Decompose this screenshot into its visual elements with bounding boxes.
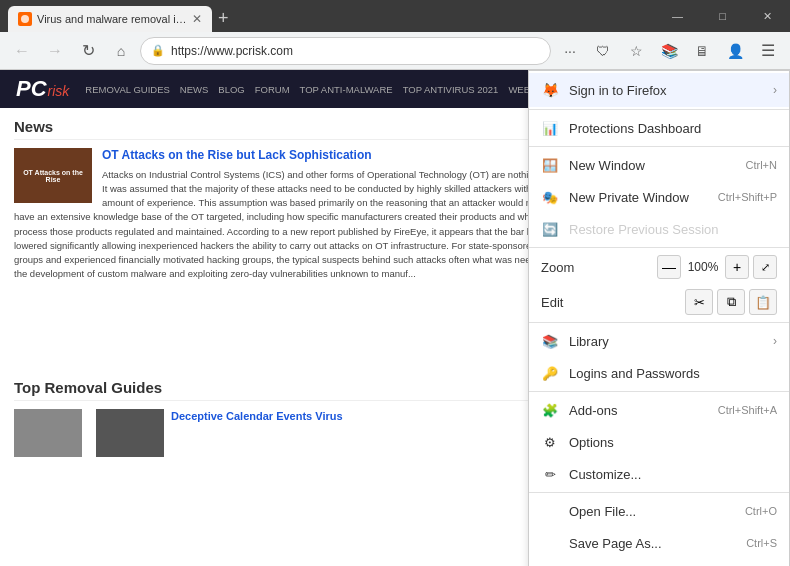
private-shortcut: Ctrl+Shift+P [718, 191, 777, 203]
menu-item-signin[interactable]: 🦊 Sign in to Firefox › [529, 73, 789, 107]
menu-item-open-file[interactable]: Open File... Ctrl+O [529, 495, 789, 527]
tab-favicon [18, 12, 32, 26]
more-options-nav-button[interactable]: ··· [556, 37, 584, 65]
menu-item-save-page[interactable]: Save Page As... Ctrl+S [529, 527, 789, 559]
private-window-label: New Private Window [569, 190, 708, 205]
menu-section-library: 📚 Library › 🔑 Logins and Passwords [529, 323, 789, 392]
profile-button[interactable]: 👤 [721, 37, 749, 65]
new-window-label: New Window [569, 158, 736, 173]
menu-section-signin: 🦊 Sign in to Firefox › [529, 71, 789, 110]
title-bar: Virus and malware removal ins... ✕ + — □… [0, 0, 790, 32]
menu-item-protections[interactable]: 📊 Protections Dashboard [529, 112, 789, 144]
hamburger-menu-button[interactable]: ☰ [754, 37, 782, 65]
protections-label: Protections Dashboard [569, 121, 777, 136]
svg-point-0 [21, 15, 29, 23]
addons-shortcut: Ctrl+Shift+A [718, 404, 777, 416]
menu-item-library[interactable]: 📚 Library › [529, 325, 789, 357]
menu-item-zoom: Zoom — 100% + ⤢ [529, 250, 789, 284]
menu-section-addons: 🧩 Add-ons Ctrl+Shift+A ⚙ Options ✏ Custo… [529, 392, 789, 493]
bottom-img-placeholder [14, 409, 82, 457]
active-tab[interactable]: Virus and malware removal ins... ✕ [8, 6, 212, 32]
new-window-shortcut: Ctrl+N [746, 159, 777, 171]
nav-removal-guides[interactable]: REMOVAL GUIDES [85, 84, 169, 95]
menu-item-print[interactable]: 🖨 Print... Ctrl+P [529, 559, 789, 566]
menu-item-logins[interactable]: 🔑 Logins and Passwords [529, 357, 789, 389]
menu-section-protections: 📊 Protections Dashboard [529, 110, 789, 147]
main-article-image: OT Attacks on the Rise [14, 148, 92, 203]
main-article-title[interactable]: OT Attacks on the Rise but Lack Sophisti… [14, 148, 567, 164]
menu-item-options[interactable]: ⚙ Options [529, 426, 789, 458]
bottom-img-2 [96, 409, 164, 457]
zoom-controls: — 100% + ⤢ [657, 255, 777, 279]
maximize-button[interactable]: □ [700, 0, 745, 32]
nav-news[interactable]: NEWS [180, 84, 209, 95]
addons-label: Add-ons [569, 403, 708, 418]
nav-top-antivirus[interactable]: TOP ANTIVIRUS 2021 [403, 84, 499, 95]
address-bar[interactable]: 🔒 https://www.pcrisk.com [140, 37, 551, 65]
lock-icon: 🔒 [151, 44, 165, 57]
back-button[interactable]: ← [8, 37, 36, 65]
reading-mode-button[interactable]: 📚 [655, 37, 683, 65]
firefox-icon: 🦊 [541, 81, 559, 99]
main-article: OT Attacks on the Rise OT Attacks on the… [14, 148, 567, 369]
signin-arrow: › [773, 83, 777, 97]
bottom-article-right: Deceptive Calendar Events Virus [96, 409, 343, 457]
customize-icon: ✏ [541, 465, 559, 483]
menu-item-addons[interactable]: 🧩 Add-ons Ctrl+Shift+A [529, 394, 789, 426]
menu-section-windows: 🪟 New Window Ctrl+N 🎭 New Private Window… [529, 147, 789, 248]
options-label: Options [569, 435, 777, 450]
logo-risk: risk [48, 83, 70, 99]
minimize-button[interactable]: — [655, 0, 700, 32]
site-nav: REMOVAL GUIDES NEWS BLOG FORUM TOP ANTI-… [85, 84, 559, 95]
hamburger-dropdown: 🦊 Sign in to Firefox › 📊 Protections Das… [528, 70, 790, 566]
container-icon[interactable]: 🛡 [589, 37, 617, 65]
nav-blog[interactable]: BLOG [218, 84, 244, 95]
site-logo[interactable]: PC risk [16, 76, 69, 102]
logins-icon: 🔑 [541, 364, 559, 382]
cut-button[interactable]: ✂ [685, 289, 713, 315]
tab-close-icon[interactable]: ✕ [192, 12, 202, 26]
forward-button[interactable]: → [41, 37, 69, 65]
nav-top-antimalware[interactable]: TOP ANTI-MALWARE [300, 84, 393, 95]
new-tab-button[interactable]: + [218, 8, 229, 29]
main-article-body: Attacks on Industrial Control Systems (I… [14, 168, 567, 282]
open-file-shortcut: Ctrl+O [745, 505, 777, 517]
zoom-plus-button[interactable]: + [725, 255, 749, 279]
logins-label: Logins and Passwords [569, 366, 777, 381]
copy-button[interactable]: ⧉ [717, 289, 745, 315]
bottom-article-title[interactable]: Deceptive Calendar Events Virus [171, 409, 343, 423]
new-window-icon: 🪟 [541, 156, 559, 174]
restore-icon: 🔄 [541, 220, 559, 238]
menu-item-private-window[interactable]: 🎭 New Private Window Ctrl+Shift+P [529, 181, 789, 213]
open-file-label: Open File... [569, 504, 735, 519]
library-icon: 📚 [541, 332, 559, 350]
main-article-content: OT Attacks on the Rise OT Attacks on the… [14, 148, 567, 282]
menu-section-zoom-edit: Zoom — 100% + ⤢ Edit ✂ ⧉ 📋 [529, 248, 789, 323]
save-page-label: Save Page As... [569, 536, 736, 551]
close-button[interactable]: ✕ [745, 0, 790, 32]
signin-label: Sign in to Firefox [569, 83, 763, 98]
options-icon: ⚙ [541, 433, 559, 451]
addons-icon: 🧩 [541, 401, 559, 419]
zoom-minus-button[interactable]: — [657, 255, 681, 279]
synced-tabs-button[interactable]: 🖥 [688, 37, 716, 65]
fullscreen-button[interactable]: ⤢ [753, 255, 777, 279]
paste-button[interactable]: 📋 [749, 289, 777, 315]
library-label: Library [569, 334, 763, 349]
reload-button[interactable]: ↻ [74, 37, 102, 65]
main-img-label: OT Attacks on the Rise [17, 169, 89, 183]
open-file-icon [541, 502, 559, 520]
menu-item-new-window[interactable]: 🪟 New Window Ctrl+N [529, 149, 789, 181]
edit-controls: ✂ ⧉ 📋 [685, 289, 777, 315]
home-button[interactable]: ⌂ [107, 37, 135, 65]
shield-icon: 📊 [541, 119, 559, 137]
customize-label: Customize... [569, 467, 777, 482]
menu-item-customize[interactable]: ✏ Customize... [529, 458, 789, 490]
save-page-shortcut: Ctrl+S [746, 537, 777, 549]
main-area: PC risk REMOVAL GUIDES NEWS BLOG FORUM T… [0, 70, 790, 566]
nav-forum[interactable]: FORUM [255, 84, 290, 95]
window-controls: — □ ✕ [655, 0, 790, 32]
menu-section-file: Open File... Ctrl+O Save Page As... Ctrl… [529, 493, 789, 566]
menu-item-restore-session[interactable]: 🔄 Restore Previous Session [529, 213, 789, 245]
star-button[interactable]: ☆ [622, 37, 650, 65]
